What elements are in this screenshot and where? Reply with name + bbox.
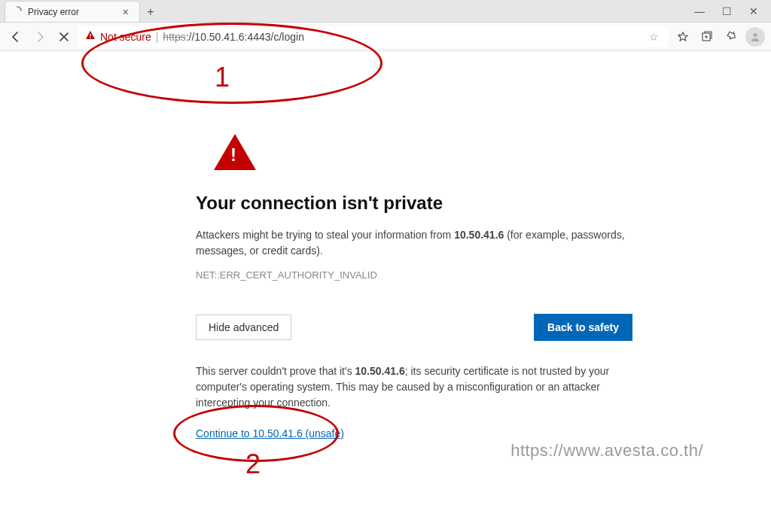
advanced-explanation: This server couldn't prove that it's 10.… <box>196 363 632 411</box>
loading-spinner-icon <box>13 6 22 17</box>
maximize-icon[interactable]: ☐ <box>720 5 733 17</box>
forward-button[interactable] <box>30 27 50 47</box>
svg-point-3 <box>754 33 757 37</box>
url-text: https://10.50.41.6:4443/c/login <box>163 31 304 43</box>
back-to-safety-button[interactable]: Back to safety <box>534 314 632 341</box>
favorite-star-icon[interactable]: ☆ <box>649 31 662 43</box>
address-bar[interactable]: Not secure | https://10.50.41.6:4443/c/l… <box>78 26 669 47</box>
new-tab-button[interactable]: + <box>140 2 161 22</box>
favorites-icon[interactable] <box>673 27 693 47</box>
error-block: ! Your connection isn't private Attacker… <box>196 134 648 440</box>
not-secure-label: Not secure <box>100 31 151 43</box>
warning-triangle-icon: ! <box>214 134 256 170</box>
stop-reload-button[interactable] <box>54 27 74 47</box>
hide-advanced-button[interactable]: Hide advanced <box>196 315 291 340</box>
continue-unsafe-link[interactable]: Continue to 10.50.41.6 (unsafe) <box>196 427 344 439</box>
browser-tab[interactable]: Privacy error × <box>5 1 140 22</box>
annotation-label-2: 2 <box>245 448 261 480</box>
error-description: Attackers might be trying to steal your … <box>196 227 632 259</box>
collections-icon[interactable] <box>697 27 717 47</box>
error-code: NET::ERR_CERT_AUTHORITY_INVALID <box>196 269 648 281</box>
watermark-text: https://www.avesta.co.th/ <box>510 441 703 461</box>
tab-bar: Privacy error × + — ☐ ✕ <box>0 0 771 23</box>
page-content: ! Your connection isn't private Attacker… <box>0 51 771 532</box>
not-secure-warning-icon[interactable] <box>85 30 96 43</box>
window-controls: — ☐ ✕ <box>693 0 771 23</box>
svg-rect-1 <box>90 37 90 38</box>
separator: | <box>156 31 159 43</box>
svg-rect-0 <box>90 34 90 37</box>
profile-avatar[interactable] <box>745 27 765 47</box>
extensions-icon[interactable] <box>721 27 741 47</box>
close-tab-icon[interactable]: × <box>120 6 132 18</box>
error-title: Your connection isn't private <box>196 193 648 214</box>
close-window-icon[interactable]: ✕ <box>747 5 760 17</box>
minimize-icon[interactable]: — <box>693 5 706 17</box>
back-button[interactable] <box>6 27 26 47</box>
tab-title: Privacy error <box>28 7 120 17</box>
toolbar: Not secure | https://10.50.41.6:4443/c/l… <box>0 23 771 51</box>
annotation-label-1: 1 <box>215 62 230 93</box>
button-row: Hide advanced Back to safety <box>196 314 632 341</box>
